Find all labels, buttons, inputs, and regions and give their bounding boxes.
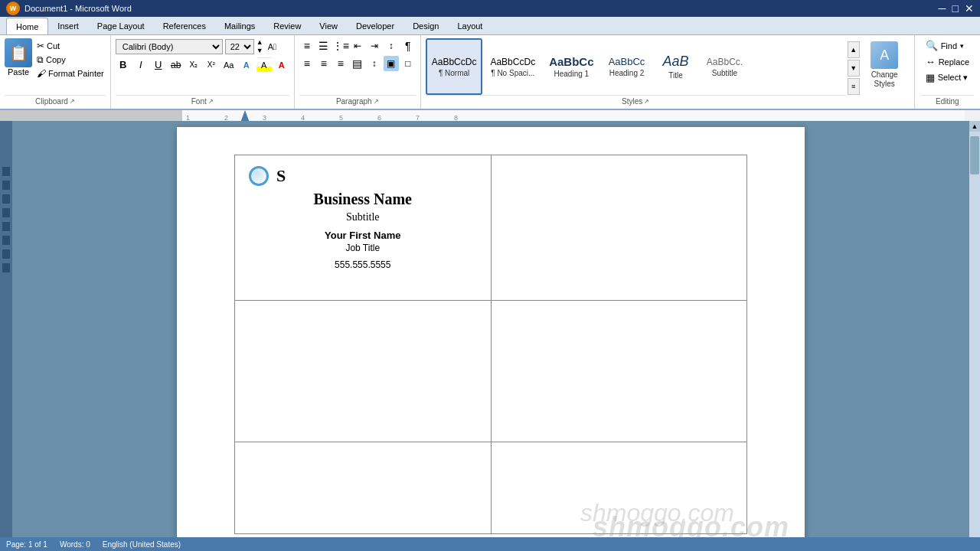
font-color-button[interactable]: A <box>274 57 289 73</box>
copy-button[interactable]: ⧉ Copy <box>35 54 106 66</box>
sidebar-marker-2[interactable] <box>2 181 10 190</box>
sidebar-marker-6[interactable] <box>2 236 10 245</box>
bold-button[interactable]: B <box>116 57 131 73</box>
tab-mailings[interactable]: Mailings <box>215 18 264 34</box>
scroll-up-button[interactable]: ▲ <box>969 121 980 132</box>
minimize-button[interactable]: ─ <box>939 2 946 15</box>
paste-label: Paste <box>8 67 29 77</box>
style-title-preview: AaB <box>662 54 688 70</box>
strikethrough-button[interactable]: ab <box>168 57 184 73</box>
tab-design[interactable]: Design <box>403 18 448 34</box>
ribbon-tabs: Home Insert Page Layout References Maili… <box>0 17 980 35</box>
cut-button[interactable]: ✂ Cut <box>35 40 106 52</box>
increase-indent-button[interactable]: ⇥ <box>367 38 382 54</box>
card-top-right <box>491 155 747 301</box>
tab-view[interactable]: View <box>310 18 347 34</box>
underline-button[interactable]: U <box>151 57 166 73</box>
borders-button[interactable]: □ <box>400 56 416 71</box>
business-card-table: S Business Name Subtitle Your First Name… <box>234 155 747 534</box>
card-subtitle: Subtitle <box>249 211 477 223</box>
styles-scroll-down[interactable]: ▼ <box>848 60 860 77</box>
sidebar-marker-1[interactable] <box>2 167 10 176</box>
copy-icon: ⧉ <box>37 54 44 65</box>
change-styles-button[interactable]: A ChangeStyles <box>860 38 910 92</box>
editing-group: 🔍 Find ▾ ↔ Replace ▦ Select ▾ Editing <box>915 35 980 109</box>
tab-review[interactable]: Review <box>264 18 310 34</box>
paragraph-group: ≡ ☰ ⋮≡ ⇤ ⇥ ↕ ¶ ≡ ≡ ≡ ▤ ↕ ▣ □ Paragraph ↗ <box>295 35 421 109</box>
tab-layout[interactable]: Layout <box>448 18 492 34</box>
style-no-spacing[interactable]: AaBbCcDc ¶ No Spaci... <box>484 38 541 95</box>
style-no-spacing-name: ¶ No Spaci... <box>491 69 534 77</box>
cut-label: Cut <box>47 41 60 51</box>
clipboard-label[interactable]: Clipboard ↗ <box>5 95 106 106</box>
style-normal[interactable]: AaBbCcDc ¶ Normal <box>426 38 483 95</box>
scrollbar-thumb[interactable] <box>970 136 979 174</box>
sidebar-marker-7[interactable] <box>2 249 10 259</box>
italic-button[interactable]: I <box>133 57 149 73</box>
card-your-name: Your First Name <box>249 230 477 241</box>
tab-home[interactable]: Home <box>6 18 48 34</box>
card-header-row: S <box>249 166 477 186</box>
style-subtitle-name: Subtitle <box>712 69 737 77</box>
style-subtitle[interactable]: AaBbCc. Subtitle <box>699 38 750 95</box>
show-hide-button[interactable]: ¶ <box>400 38 416 54</box>
tab-references[interactable]: References <box>154 18 215 34</box>
maximize-button[interactable]: □ <box>952 2 959 15</box>
font-size-increase[interactable]: ▲ <box>256 38 263 47</box>
tab-developer[interactable]: Developer <box>347 18 403 34</box>
decrease-indent-button[interactable]: ⇤ <box>350 38 365 54</box>
card-phone: 555.555.5555 <box>249 259 477 270</box>
font-size-arrows: ▲ ▼ <box>256 38 263 55</box>
font-expand-icon: ↗ <box>208 98 214 105</box>
format-painter-button[interactable]: 🖌 Format Painter <box>35 67 106 80</box>
sidebar-marker-8[interactable] <box>2 263 10 272</box>
font-size-select[interactable]: 22 <box>225 39 254 54</box>
styles-group: AaBbCcDc ¶ Normal AaBbCcDc ¶ No Spaci...… <box>421 35 915 109</box>
text-effects-button[interactable]: A <box>239 57 254 73</box>
sidebar-marker-4[interactable] <box>2 208 10 217</box>
find-icon: 🔍 <box>926 40 938 51</box>
font-group-label[interactable]: Font ↗ <box>116 95 289 106</box>
close-button[interactable]: ✕ <box>965 2 974 15</box>
shading-button[interactable]: ▣ <box>384 56 399 71</box>
style-heading1[interactable]: AaBbCc Heading 1 <box>543 38 599 95</box>
line-spacing-button[interactable]: ↕ <box>367 56 382 71</box>
paragraph-group-label[interactable]: Paragraph ↗ <box>299 95 416 106</box>
replace-icon: ↔ <box>926 56 936 67</box>
sidebar-marker-3[interactable] <box>2 194 10 204</box>
clipboard-expand-icon: ↗ <box>70 98 75 105</box>
sort-button[interactable]: ↕ <box>384 38 399 54</box>
align-left-button[interactable]: ≡ <box>299 56 315 71</box>
text-highlight-button[interactable]: A <box>256 57 272 73</box>
change-case-button[interactable]: Aa <box>221 57 237 73</box>
tab-insert[interactable]: Insert <box>48 18 88 34</box>
numbering-button[interactable]: ☰ <box>316 38 332 54</box>
font-size-decrease[interactable]: ▼ <box>256 47 263 55</box>
bullets-button[interactable]: ≡ <box>299 38 315 54</box>
multilevel-list-button[interactable]: ⋮≡ <box>333 38 348 54</box>
center-button[interactable]: ≡ <box>316 56 332 71</box>
tab-page-layout[interactable]: Page Layout <box>88 18 154 34</box>
paste-button[interactable]: 📋 Paste <box>5 38 32 77</box>
style-no-spacing-preview: AaBbCcDc <box>490 57 535 67</box>
style-heading2[interactable]: AaBbCc Heading 2 <box>601 38 652 95</box>
document-page[interactable]: S Business Name Subtitle Your First Name… <box>177 127 805 551</box>
superscript-button[interactable]: X² <box>204 57 219 73</box>
clear-formatting-button[interactable]: A⃝ <box>266 41 279 53</box>
font-family-select[interactable]: Calibri (Body) <box>116 39 223 54</box>
align-right-button[interactable]: ≡ <box>333 56 348 71</box>
style-title[interactable]: AaB Title <box>653 38 697 95</box>
select-icon: ▦ <box>926 72 935 83</box>
replace-button[interactable]: ↔ Replace <box>921 54 974 69</box>
justify-button[interactable]: ▤ <box>350 56 365 71</box>
scrollbar-track[interactable]: ▲ ▼ <box>969 121 980 551</box>
styles-scroll-up[interactable]: ▲ <box>848 41 860 58</box>
subscript-button[interactable]: X₂ <box>186 57 201 73</box>
find-button[interactable]: 🔍 Find ▾ <box>921 38 974 53</box>
styles-more-button[interactable]: ≡ <box>848 78 860 95</box>
language: English (United States) <box>103 540 181 549</box>
select-button[interactable]: ▦ Select ▾ <box>921 70 974 85</box>
format-painter-icon: 🖌 <box>37 68 46 79</box>
sidebar-marker-5[interactable] <box>2 222 10 231</box>
styles-group-label[interactable]: Styles ↗ <box>426 95 846 106</box>
